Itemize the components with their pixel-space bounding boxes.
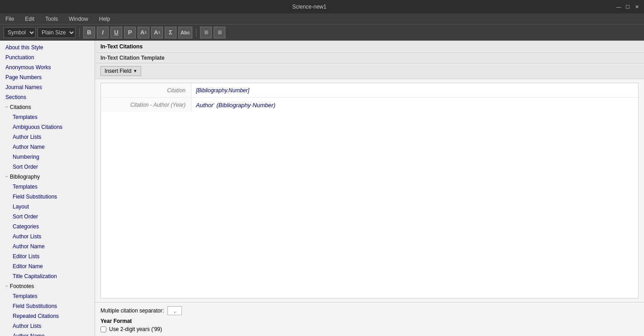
insert-field-btn[interactable]: Insert Field ▼ [100, 66, 141, 76]
separator-input[interactable] [167, 306, 182, 315]
sidebar-item-anonymous-works[interactable]: Anonymous Works [0, 62, 95, 72]
sidebar-item-bibliography-author-name[interactable]: Author Name [0, 241, 95, 251]
bottom-area: Multiple citation separator: Year Format… [95, 302, 644, 336]
menu-window[interactable]: Window [67, 15, 90, 23]
two-digit-year-checkbox[interactable] [100, 327, 106, 332]
menu-bar: File Edit Tools Window Help [0, 14, 644, 24]
sidebar-item-ambiguous-citations[interactable]: Ambiguous Citations [0, 122, 95, 132]
template-row-citation-author-year: Citation - Author (Year) Author◦ (Biblio… [101, 98, 638, 112]
template-row-citation: Citation [Bibliography.Number] [101, 83, 638, 98]
sidebar-item-footnotes-templates[interactable]: Templates [0, 291, 95, 301]
font-family-select[interactable]: Symbol [4, 27, 36, 38]
sidebar-item-bibliography-editor-lists[interactable]: Editor Lists [0, 251, 95, 261]
sidebar-item-sections[interactable]: Sections [0, 92, 95, 102]
title-bar-controls: ― ☐ ✕ [615, 3, 640, 10]
sidebar-item-footnotes-field-substitutions[interactable]: Field Substitutions [0, 301, 95, 311]
abc-btn[interactable]: Abc [178, 27, 192, 38]
superscript-btn[interactable]: A1 [138, 27, 149, 38]
sidebar-item-footnotes-author-name[interactable]: Author Name [0, 331, 95, 336]
content-header: In-Text Citations [95, 41, 644, 53]
sidebar-item-bibliography[interactable]: − Bibliography [0, 172, 95, 182]
title-bar: Science-new1 ― ☐ ✕ [0, 0, 644, 14]
year-format-section: Year Format Use 2-digit years ('99) [100, 318, 639, 332]
separator-row: Multiple citation separator: [100, 306, 639, 315]
bibliography-expand-icon: − [5, 173, 8, 181]
sidebar-item-bibliography-categories[interactable]: Categories [0, 222, 95, 232]
sidebar-item-citations-sort-order[interactable]: Sort Order [0, 162, 95, 172]
sidebar-item-bibliography-title-cap[interactable]: Title Capitalization [0, 271, 95, 281]
year-format-checkbox-row: Use 2-digit years ('99) [100, 326, 639, 332]
sidebar-item-footnotes-author-lists[interactable]: Author Lists [0, 321, 95, 331]
citation-label: Citation [101, 83, 191, 97]
section-title: In-Text Citation Template [95, 53, 644, 63]
citation-author-year-content: Author◦ (Bibliography·Number) [196, 101, 276, 109]
sidebar-item-bibliography-field-substitutions[interactable]: Field Substitutions [0, 192, 95, 202]
template-editor: Citation [Bibliography.Number] Citation … [100, 83, 639, 298]
sigma-btn[interactable]: Σ [165, 27, 177, 38]
sidebar-item-bibliography-author-lists[interactable]: Author Lists [0, 232, 95, 241]
citation-author-year-label: Citation - Author (Year) [101, 98, 191, 112]
align-justify-btn[interactable]: ≡ [214, 27, 225, 38]
citation-field-tag: [Bibliography.Number] [196, 87, 249, 94]
font-size-select[interactable]: Plain Size [38, 27, 76, 38]
title-bar-title: Science-new1 [4, 4, 615, 10]
sidebar-item-bibliography-editor-name[interactable]: Editor Name [0, 261, 95, 271]
citation-author-year-value[interactable]: Author◦ (Bibliography·Number) [191, 98, 638, 112]
bold-btn[interactable]: B [83, 27, 95, 38]
sidebar-item-citations-numbering[interactable]: Numbering [0, 152, 95, 162]
content-area: In-Text Citations In-Text Citation Templ… [95, 41, 644, 336]
sidebar-item-footnotes-repeated-citations[interactable]: Repeated Citations [0, 311, 95, 321]
sidebar: About this Style Punctuation Anonymous W… [0, 41, 95, 336]
sidebar-item-footnotes[interactable]: − Footnotes [0, 281, 95, 291]
main-layout: About this Style Punctuation Anonymous W… [0, 41, 644, 336]
insert-field-dropdown-arrow: ▼ [133, 69, 137, 73]
sidebar-item-punctuation[interactable]: Punctuation [0, 52, 95, 62]
restore-btn[interactable]: ☐ [624, 3, 631, 10]
plain-btn[interactable]: P [124, 27, 136, 38]
year-format-title: Year Format [100, 318, 639, 324]
two-digit-year-label[interactable]: Use 2-digit years ('99) [109, 326, 162, 332]
sidebar-item-citations[interactable]: − Citations [0, 102, 95, 112]
citation-value[interactable]: [Bibliography.Number] [191, 83, 638, 97]
footnotes-expand-icon: − [5, 282, 8, 290]
close-btn[interactable]: ✕ [633, 3, 640, 10]
sidebar-item-citations-author-name[interactable]: Author Name [0, 142, 95, 152]
sidebar-item-bibliography-layout[interactable]: Layout [0, 202, 95, 212]
toolbar: Symbol Plain Size B I U P A1 A1 Σ Abc ≡ … [0, 24, 644, 41]
underline-btn[interactable]: U [110, 27, 122, 38]
minimize-btn[interactable]: ― [615, 3, 622, 10]
sidebar-item-about-style[interactable]: About this Style [0, 43, 95, 52]
menu-file[interactable]: File [4, 15, 16, 23]
sidebar-item-bibliography-sort-order[interactable]: Sort Order [0, 212, 95, 222]
menu-help[interactable]: Help [97, 15, 112, 23]
align-left-btn[interactable]: ≡ [200, 27, 212, 38]
separator-label: Multiple citation separator: [100, 308, 164, 314]
insert-field-bar: Insert Field ▼ [95, 63, 644, 79]
menu-tools[interactable]: Tools [43, 15, 60, 23]
sidebar-item-journal-names[interactable]: Journal Names [0, 82, 95, 92]
sidebar-item-citations-templates[interactable]: Templates [0, 112, 95, 122]
menu-edit[interactable]: Edit [23, 15, 36, 23]
sidebar-item-bibliography-templates[interactable]: Templates [0, 182, 95, 192]
toolbar-sep-2 [196, 28, 196, 37]
italic-btn[interactable]: I [97, 27, 109, 38]
sidebar-item-page-numbers[interactable]: Page Numbers [0, 72, 95, 82]
sidebar-item-citations-author-lists[interactable]: Author Lists [0, 132, 95, 142]
toolbar-sep-1 [79, 28, 80, 37]
citations-expand-icon: − [5, 103, 8, 111]
subscript-btn[interactable]: A1 [151, 27, 163, 38]
